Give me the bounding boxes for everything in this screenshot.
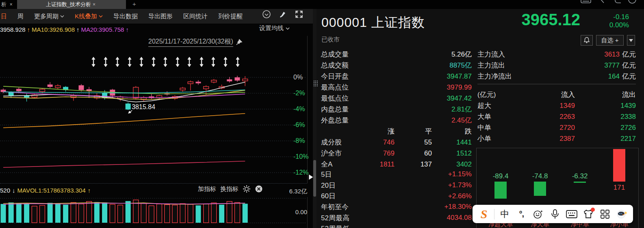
pane-divider[interactable] xyxy=(0,183,307,184)
inflow-value: 1349 xyxy=(514,102,575,110)
volume-axis-max: 6.32亿 xyxy=(280,188,307,195)
table-row: 最低点位3947.42 xyxy=(321,93,472,104)
flow-number: 164 xyxy=(608,72,620,80)
ma-settings-dropdown[interactable]: 设置均线 xyxy=(259,24,290,32)
up-arrow-icon: ↑ xyxy=(88,187,91,194)
skin-shirt-icon[interactable] xyxy=(582,207,595,221)
table-row: 内盘总量2.81亿 xyxy=(321,104,472,115)
kline-chart[interactable]: 0%-2%-4%-6%-8%-10%-12%3815.84 xyxy=(0,36,313,183)
chinese-mode-button[interactable]: 中 xyxy=(498,207,511,221)
chevron-down-icon xyxy=(286,27,290,30)
window-control-icons[interactable] xyxy=(580,0,641,5)
flat-count: 60 xyxy=(395,149,432,158)
ime-toolbar: S 中 °, xyxy=(473,205,633,223)
punctuation-mode-button[interactable]: °, xyxy=(515,207,528,221)
tab-technical-analysis[interactable]: 上证指数_技术分析× xyxy=(17,0,126,9)
period-week-button[interactable]: 周 xyxy=(17,13,24,20)
volume-chart[interactable] xyxy=(0,197,313,228)
splitter-grip-icon[interactable] xyxy=(313,80,318,86)
keyboard-icon[interactable] xyxy=(565,207,578,221)
last-price: 3965.12 xyxy=(521,11,580,29)
period-value: +1.73% xyxy=(448,181,472,189)
sogou-logo-icon[interactable]: S xyxy=(477,207,490,221)
updown-arrow-icon xyxy=(152,57,155,67)
flow-unit: 亿元 xyxy=(622,72,636,80)
market-status: 已收市 xyxy=(321,36,340,44)
price-change: -0.16 0.00% xyxy=(609,13,629,29)
export-data-button[interactable]: 导出数据 xyxy=(113,13,138,20)
add-indicator-button[interactable]: 加指标 xyxy=(198,185,216,193)
stat-value: 3947.42 xyxy=(447,94,472,103)
trading-app-window: 析 × 上证指数_技术分析× + 日 周 更多周期 K线叠加 导出数据 导出图形… xyxy=(0,0,644,228)
clock-icon[interactable] xyxy=(629,0,636,3)
col-header-inflow: 流入 xyxy=(514,90,575,99)
new-tab-button[interactable]: + xyxy=(132,0,136,8)
export-image-button[interactable]: 导出图形 xyxy=(148,13,173,20)
flow-value: 3777亿元 xyxy=(604,61,636,70)
alert-bell-button[interactable] xyxy=(581,35,593,46)
col-header-flat: 平 xyxy=(395,127,432,136)
pin-icon[interactable] xyxy=(236,39,243,46)
updown-arrow-icon xyxy=(92,57,95,67)
divider xyxy=(494,209,494,219)
flow-label: 主力净流出 xyxy=(477,72,512,81)
table-row: 大单22632338 xyxy=(477,111,636,122)
ai-assistant-icon[interactable] xyxy=(615,207,628,221)
up-count: 769 xyxy=(360,149,395,158)
apps-grid-icon[interactable] xyxy=(598,207,611,221)
fullscreen-expand-icon[interactable] xyxy=(295,10,304,19)
col-header-unit: (亿元) xyxy=(477,90,514,99)
gear-icon[interactable] xyxy=(243,185,251,193)
ma10-value: MA10:3926.908 xyxy=(32,26,75,33)
switch-indicator-button[interactable]: 换指标 xyxy=(220,185,239,193)
svg-text:-4%: -4% xyxy=(293,105,305,112)
table-row: 主力流出3777亿元 xyxy=(477,60,636,71)
period-label: 60日 xyxy=(321,191,336,201)
flat-count: 137 xyxy=(395,160,432,169)
mouse-cursor xyxy=(308,174,314,180)
svg-text:-6%: -6% xyxy=(293,121,305,128)
updown-arrow-icon xyxy=(104,57,107,67)
breadth-header-row: 涨平跌 xyxy=(321,126,472,137)
date-range-label[interactable]: 2025/11/17-2025/12/30(32根) xyxy=(148,37,243,47)
table-row: 20日+1.73% xyxy=(321,180,472,191)
tab-bar: 析 × 上证指数_技术分析× + xyxy=(0,0,644,9)
updown-arrow-icon xyxy=(140,57,143,67)
svg-text:3815.84: 3815.84 xyxy=(132,103,155,110)
svg-text:-12%: -12% xyxy=(293,169,308,176)
emoji-face-icon[interactable] xyxy=(531,207,544,221)
range-stats-button[interactable]: 区间统计 xyxy=(183,13,208,20)
quote-panel: 000001 上证指数 3965.12 -0.16 0.00% 已收市 自选 +… xyxy=(317,9,644,228)
close-circle-icon[interactable] xyxy=(255,185,263,193)
svg-text:-2%: -2% xyxy=(293,90,305,96)
table-row: 总成交量5.26亿 xyxy=(321,49,472,60)
pen-icon[interactable] xyxy=(598,0,604,3)
flow-label: 主力流入 xyxy=(477,50,505,59)
more-periods-dropdown[interactable]: 更多周期 xyxy=(34,13,64,20)
period-label: 年初至今 xyxy=(321,202,349,212)
period-label: 5日 xyxy=(321,170,332,179)
close-icon[interactable]: × xyxy=(91,2,97,7)
divider-line xyxy=(477,84,636,84)
caret-down-icon xyxy=(629,39,633,42)
microphone-icon[interactable] xyxy=(549,207,562,221)
table-row: 年初至今+18.30% xyxy=(321,202,472,213)
table-row: 今日开盘3947.87 xyxy=(321,71,472,82)
tab-previous-partial[interactable]: 析 × xyxy=(0,0,14,9)
stat-label: 今日开盘 xyxy=(321,72,349,81)
circle-chevron-icon[interactable] xyxy=(262,10,271,19)
updown-arrow-icon xyxy=(164,57,167,67)
flow-size-label: 大单 xyxy=(477,112,514,121)
price-alert-button[interactable]: 到价提醒 xyxy=(218,13,243,20)
brush-icon[interactable] xyxy=(278,10,287,19)
ma5-value: 3958.928 xyxy=(0,26,26,33)
undo-icon[interactable] xyxy=(615,0,621,3)
table-row: 最高点位3979.99 xyxy=(321,82,472,93)
add-watchlist-button[interactable]: 自选 + xyxy=(596,35,624,46)
watchlist-dropdown-button[interactable] xyxy=(627,35,635,46)
period-day-button[interactable]: 日 xyxy=(1,13,7,20)
close-icon[interactable]: × xyxy=(8,2,14,7)
kline-overlay-dropdown[interactable]: K线叠加 xyxy=(75,13,103,20)
stat-label: 最高点位 xyxy=(321,83,349,92)
table-row: 总成交额8875亿 xyxy=(321,60,472,71)
